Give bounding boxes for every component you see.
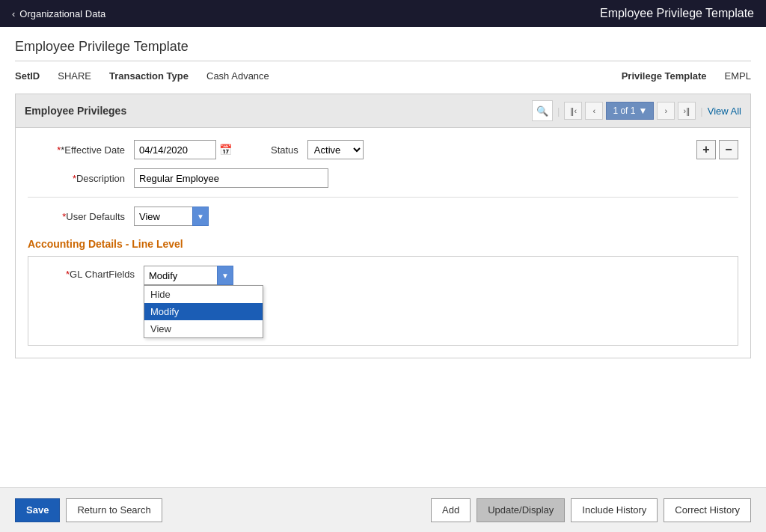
correct-history-button[interactable]: Correct History [664,498,751,522]
gl-select-wrapper: Hide Modify View ▼ Hide Modify View [144,266,233,285]
panel-navigation: 🔍 | ‖‹ ‹ 1 of 1 ▼ › ›‖ | View All [532,100,741,121]
employee-privileges-panel: Employee Privileges 🔍 | ‖‹ ‹ 1 of 1 ▼ › … [15,94,751,358]
gl-dropdown-menu: Hide Modify View [144,285,263,338]
gl-dropdown-item-modify[interactable]: Modify [144,303,263,320]
accounting-section-title: Accounting Details - Line Level [28,238,738,250]
page-indicator-text: 1 of 1 [613,106,635,116]
search-button[interactable]: 🔍 [532,100,553,121]
panel-header: Employee Privileges 🔍 | ‖‹ ‹ 1 of 1 ▼ › … [16,94,750,128]
transaction-type-value: Cash Advance [206,70,269,82]
user-defaults-label: *User Defaults [28,211,125,222]
update-display-button[interactable]: Update/Display [477,498,565,522]
last-page-button[interactable]: ›‖ [678,102,696,120]
topbar-title: Employee Privilege Template [600,7,754,20]
status-label: Status [271,144,298,156]
description-row: *Description [28,168,738,188]
privilege-template-label: Privilege Template [622,70,707,82]
add-button[interactable]: Add [431,498,471,522]
add-row-button[interactable]: + [696,140,716,159]
gl-dropdown-item-view[interactable]: View [144,320,263,337]
user-defaults-select-wrapper: View Modify Hide ▼ [134,207,209,226]
status-select[interactable]: Active Inactive [307,140,364,159]
back-arrow-icon: ‹ [12,8,15,19]
effective-date-label: **Effective Date [28,144,125,156]
description-label: *Description [28,173,125,184]
next-page-button[interactable]: › [657,102,675,120]
gl-dropdown-item-hide[interactable]: Hide [144,286,263,303]
panel-title: Employee Privileges [25,105,126,117]
gl-chartfields-label: *GL ChartFields [37,266,135,280]
setid-label: SetID [15,70,40,82]
effective-date-wrapper: 📅 [134,140,232,159]
main-content: Employee Privilege Template SetID SHARE … [0,27,766,487]
privilege-template-value: EMPL [725,70,751,82]
page-indicator[interactable]: 1 of 1 ▼ [606,102,654,120]
back-label: Organizational Data [19,8,105,19]
transaction-type-label: Transaction Type [109,70,189,82]
effective-date-input[interactable] [134,140,216,159]
first-page-button[interactable]: ‖‹ [564,102,582,120]
prev-page-button[interactable]: ‹ [585,102,603,120]
user-defaults-select[interactable]: View Modify Hide [134,207,209,226]
view-all-link[interactable]: View All [708,106,741,117]
include-history-button[interactable]: Include History [571,498,658,522]
back-button[interactable]: ‹ Organizational Data [12,8,105,19]
nav-separator-1: | [557,106,560,117]
nav-separator-2: | [700,106,702,117]
top-bar: ‹ Organizational Data Employee Privilege… [0,0,766,27]
return-to-search-button[interactable]: Return to Search [66,498,162,522]
accounting-box: *GL ChartFields Hide Modify View ▼ [28,256,738,346]
page-title: Employee Privilege Template [15,39,751,61]
calendar-icon[interactable]: 📅 [219,144,232,156]
gl-chartfields-select[interactable]: Hide Modify View [144,266,233,285]
panel-body: **Effective Date 📅 Status Active Inactiv… [16,128,750,358]
setid-value: SHARE [58,70,91,82]
remove-row-button[interactable]: − [719,140,738,159]
gl-chartfields-row: *GL ChartFields Hide Modify View ▼ [37,266,729,299]
status-row: Status Active Inactive [271,140,364,159]
save-button[interactable]: Save [15,498,60,522]
footer: Save Return to Search Add Update/Display… [0,487,766,532]
page-indicator-arrow: ▼ [638,106,647,116]
meta-row: SetID SHARE Transaction Type Cash Advanc… [15,70,751,82]
user-defaults-row: *User Defaults View Modify Hide ▼ [28,207,738,226]
gl-content: Hide Modify View ▼ Hide Modify View [144,266,233,299]
divider [28,197,738,198]
description-input[interactable] [134,168,328,188]
effective-date-row: **Effective Date 📅 Status Active Inactiv… [28,140,738,159]
add-remove-buttons: + − [696,140,738,159]
